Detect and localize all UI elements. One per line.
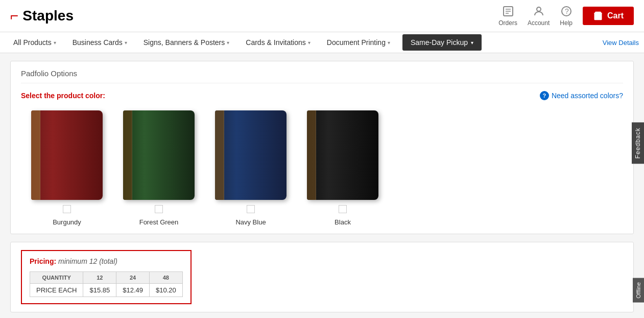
price-24: $12.49 [116,284,150,297]
svg-text:?: ? [565,7,569,15]
nav-all-products[interactable]: All Products ▾ [5,32,64,53]
svg-point-4 [537,7,541,11]
account-button[interactable]: Account [528,5,550,27]
checkbox-forestgreen[interactable] [155,205,163,213]
orders-icon [502,5,514,17]
book-spine [215,110,224,200]
swatch-black[interactable]: Black [307,110,378,226]
qty-24-header: 24 [116,272,150,284]
header-right: Orders Account ? Help Cart [498,5,634,27]
book-spine [307,110,316,200]
qty-12-header: 12 [83,272,116,284]
nav-cards-invitations[interactable]: Cards & Invitations ▾ [237,32,319,53]
color-swatches: Burgundy Forest Green Navy Blue [21,110,623,226]
book-black [307,110,378,200]
cart-button[interactable]: Cart [583,7,634,25]
feedback-tab[interactable]: Feedback [632,123,644,164]
swatch-name-forestgreen: Forest Green [139,218,179,226]
orders-button[interactable]: Orders [498,5,517,27]
book-spine [31,110,40,200]
color-prompt: Select the product color: [21,92,105,100]
chevron-down-icon: ▾ [471,40,473,46]
swatch-name-navyblue: Navy Blue [235,218,266,226]
pricing-label: Pricing: [30,257,56,265]
chevron-down-icon: ▾ [227,40,229,46]
main-content: Padfolio Options Select the product colo… [0,53,644,318]
nav-business-cards[interactable]: Business Cards ▾ [64,32,135,53]
pricing-table: QUANTITY 12 24 48 PRICE EACH $15.85 $12.… [30,271,183,297]
padfolio-section: Padfolio Options Select the product colo… [10,61,634,234]
assorted-colors-link[interactable]: ? Need assorted colors? [540,91,623,100]
logo-icon: ⌐ [10,8,18,24]
checkbox-black[interactable] [339,205,347,213]
nav-document-printing[interactable]: Document Printing ▾ [319,32,398,53]
nav-signs-banners[interactable]: Signs, Banners & Posters ▾ [135,32,238,53]
swatch-name-black: Black [335,218,351,226]
swatch-name-burgundy: Burgundy [53,218,81,226]
table-row: PRICE EACH $15.85 $12.49 $10.20 [30,284,183,297]
pricing-header: Pricing: minimum 12 (total) [30,257,183,265]
price-each-label: PRICE EACH [30,284,83,297]
offline-tab[interactable]: Offline [633,278,644,303]
pricing-minimum: minimum 12 (total) [58,257,117,265]
chevron-down-icon: ▾ [388,40,390,46]
price-48: $10.20 [150,284,183,297]
header: ⌐ Staples Orders Account ? Help [0,0,644,32]
book-forestgreen [123,110,195,200]
table-header-row: QUANTITY 12 24 48 [30,272,183,284]
cart-icon [593,11,603,21]
quantity-header: QUANTITY [30,272,83,284]
help-circle-icon: ? [540,91,549,100]
checkbox-navyblue[interactable] [247,205,255,213]
section-title: Padfolio Options [21,69,623,83]
color-section-header: Select the product color: ? Need assorte… [21,91,623,100]
pricing-box: Pricing: minimum 12 (total) QUANTITY 12 … [21,250,192,304]
price-12: $15.85 [83,284,116,297]
logo-text: Staples [22,8,74,24]
orders-label: Orders [498,19,517,27]
book-navyblue [215,110,287,200]
swatch-burgundy[interactable]: Burgundy [31,110,103,226]
swatch-forestgreen[interactable]: Forest Green [123,110,195,226]
book-spine [123,110,132,200]
help-button[interactable]: ? Help [560,5,573,27]
logo[interactable]: ⌐ Staples [10,8,74,24]
help-icon: ? [560,5,573,17]
help-label: Help [560,19,573,27]
chevron-down-icon: ▾ [54,40,56,46]
nav-bar: All Products ▾ Business Cards ▾ Signs, B… [0,32,644,53]
chevron-down-icon: ▾ [308,40,311,46]
cart-label: Cart [607,11,624,20]
swatch-navyblue[interactable]: Navy Blue [215,110,287,226]
qty-48-header: 48 [150,272,183,284]
checkbox-burgundy[interactable] [63,205,71,213]
nav-same-day-pickup[interactable]: Same-Day Pickup ▾ [402,34,482,51]
account-label: Account [528,19,550,27]
account-icon [533,5,545,17]
chevron-down-icon: ▾ [125,40,127,46]
pricing-section: Pricing: minimum 12 (total) QUANTITY 12 … [10,242,634,312]
book-burgundy [31,110,103,200]
view-details-link[interactable]: View Details [603,39,639,47]
